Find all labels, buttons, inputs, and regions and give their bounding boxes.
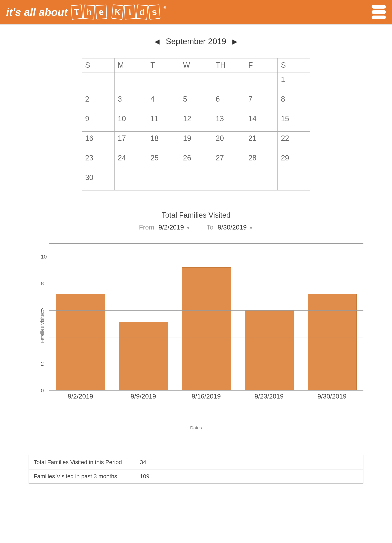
calendar-day-header: F: [245, 58, 278, 73]
y-tick-label: 8: [41, 280, 44, 287]
chart-bar: [245, 310, 294, 390]
calendar-day-cell[interactable]: 17: [114, 132, 147, 151]
calendar-day-cell[interactable]: 13: [212, 112, 245, 132]
y-tick-label: 4: [41, 334, 44, 340]
brand-letter: T: [71, 4, 83, 19]
calendar-day-cell: [180, 171, 212, 191]
tagline: it's all about: [6, 6, 68, 18]
calendar-day-cell[interactable]: 20: [212, 132, 245, 151]
chart-bar: [308, 294, 357, 390]
x-tick-label: 9/16/2019: [192, 393, 221, 400]
calendar-day-cell[interactable]: 30: [82, 171, 115, 191]
chart-bar: [56, 294, 105, 390]
calendar-day-cell: [180, 73, 212, 92]
menu-icon[interactable]: [372, 5, 386, 19]
y-tick-label: 2: [41, 361, 44, 367]
calendar-day-cell[interactable]: 10: [114, 112, 147, 132]
calendar-day-cell[interactable]: 28: [245, 151, 278, 171]
calendar-day-cell: [114, 73, 147, 92]
to-value: 9/30/2019: [218, 224, 247, 231]
calendar-day-cell: [245, 171, 278, 191]
chart-container: Families Visited 9/2/20199/9/20199/16/20…: [29, 243, 363, 411]
brand-letter: e: [96, 5, 107, 19]
summary-value: 109: [135, 469, 363, 484]
calendar-grid: SMTWTHFS 1234567891011121314151617181920…: [82, 58, 310, 191]
to-date-picker[interactable]: To 9/30/2019 ▼: [207, 224, 253, 231]
brand-letter: s: [148, 4, 160, 19]
calendar-day-cell[interactable]: 19: [180, 132, 212, 151]
chart-section: Total Families Visited From 9/2/2019 ▼ T…: [24, 211, 368, 484]
from-date-picker[interactable]: From 9/2/2019 ▼: [139, 224, 190, 231]
calendar-day-cell[interactable]: 29: [278, 151, 310, 171]
calendar-day-cell: [147, 73, 180, 92]
grid-line: [49, 364, 363, 364]
calendar-day-cell[interactable]: 1: [278, 73, 310, 92]
calendar-day-cell: [245, 73, 278, 92]
calendar-day-cell[interactable]: 5: [180, 92, 212, 112]
brand-letter: d: [136, 4, 148, 19]
grid-line: [49, 337, 363, 337]
calendar-day-cell[interactable]: 8: [278, 92, 310, 112]
x-axis-label: Dates: [24, 425, 368, 431]
summary-table: Total Families Visited in this Period34F…: [29, 455, 363, 484]
x-tick-label: 9/9/2019: [131, 393, 156, 400]
dropdown-icon: ▼: [249, 226, 253, 230]
y-tick-label: 0: [41, 387, 44, 394]
calendar-day-cell[interactable]: 2: [82, 92, 115, 112]
app-header: it's all about T h e K i d s ®: [0, 0, 392, 24]
calendar-day-cell: [212, 73, 245, 92]
calendar-day-cell: [82, 73, 115, 92]
plot-area: [49, 243, 363, 390]
calendar-day-header: S: [82, 58, 115, 73]
prev-month-icon[interactable]: ◀: [155, 38, 160, 45]
calendar-day-header: TH: [212, 58, 245, 73]
y-tick-label: 10: [41, 254, 47, 260]
calendar-day-cell[interactable]: 16: [82, 132, 115, 151]
x-tick-label: 9/2/2019: [68, 393, 93, 400]
calendar-day-cell[interactable]: 21: [245, 132, 278, 151]
calendar-day-cell[interactable]: 11: [147, 112, 180, 132]
calendar-day-cell[interactable]: 7: [245, 92, 278, 112]
calendar-day-cell[interactable]: 4: [147, 92, 180, 112]
calendar-day-cell[interactable]: 26: [180, 151, 212, 171]
brand-letter: i: [124, 5, 136, 20]
to-label: To: [207, 224, 214, 231]
calendar-day-cell: [212, 171, 245, 191]
summary-value: 34: [135, 455, 363, 469]
calendar-day-cell[interactable]: 22: [278, 132, 310, 151]
calendar-day-cell[interactable]: 24: [114, 151, 147, 171]
calendar-day-cell[interactable]: 12: [180, 112, 212, 132]
calendar-day-cell[interactable]: 6: [212, 92, 245, 112]
bars-group: [49, 243, 363, 390]
summary-label: Families Visited in past 3 months: [29, 469, 135, 484]
logo: it's all about T h e K i d s ®: [6, 5, 166, 19]
calendar-day-cell[interactable]: 18: [147, 132, 180, 151]
from-value: 9/2/2019: [158, 224, 184, 231]
calendar-day-cell[interactable]: 27: [212, 151, 245, 171]
date-range: From 9/2/2019 ▼ To 9/30/2019 ▼: [24, 224, 368, 231]
grid-line: [49, 284, 363, 284]
calendar-day-cell[interactable]: 23: [82, 151, 115, 171]
x-tick-label: 9/30/2019: [317, 393, 347, 400]
x-tick-label: 9/23/2019: [254, 393, 284, 400]
chart-bar: [182, 267, 231, 390]
calendar-day-header: T: [147, 58, 180, 73]
brand-letter: K: [111, 4, 124, 20]
summary-label: Total Families Visited in this Period: [29, 455, 135, 469]
calendar-day-cell[interactable]: 9: [82, 112, 115, 132]
brand-letter: h: [83, 5, 95, 20]
next-month-icon[interactable]: ▶: [232, 38, 237, 45]
calendar-day-cell[interactable]: 3: [114, 92, 147, 112]
main-content: ◀ September 2019 ▶ SMTWTHFS 123456789101…: [0, 24, 392, 496]
from-label: From: [139, 224, 154, 231]
calendar-day-cell[interactable]: 15: [278, 112, 310, 132]
calendar-day-cell: [147, 171, 180, 191]
chart-bar: [119, 322, 168, 390]
calendar-day-cell[interactable]: 25: [147, 151, 180, 171]
calendar-day-cell: [114, 171, 147, 191]
calendar-day-header: M: [114, 58, 147, 73]
month-navigator: ◀ September 2019 ▶: [24, 37, 368, 46]
grid-line: [49, 257, 363, 257]
calendar-day-header: S: [278, 58, 310, 73]
calendar-day-cell[interactable]: 14: [245, 112, 278, 132]
